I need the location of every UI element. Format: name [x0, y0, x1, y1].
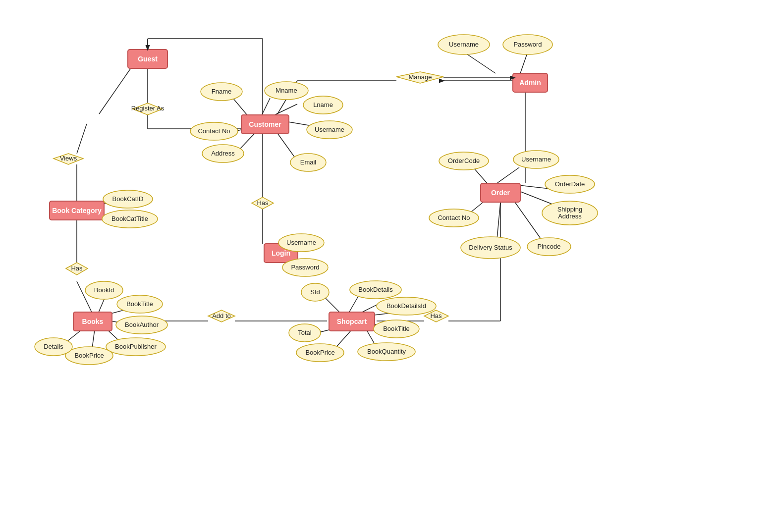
attr-order-shipping-label: Shipping — [557, 206, 583, 213]
attr-cust-fname-label: Fname — [212, 88, 231, 95]
relation-views-label: Views — [60, 155, 77, 162]
attr-order-username-label: Username — [521, 156, 551, 163]
entity-order-label: Order — [491, 189, 510, 197]
entity-book-category-label: Book Category — [52, 207, 102, 214]
attr-book-details-label: Details — [44, 343, 63, 350]
attr-sc-bookquantity-label: BookQuantity — [367, 348, 406, 355]
attr-cat-title-label: BookCatTitle — [111, 215, 148, 222]
attr-sc-booktitle-label: BookTitle — [383, 325, 410, 332]
attr-cust-lname-label: Lname — [313, 101, 333, 108]
attr-cust-address-label: Address — [211, 150, 235, 157]
attr-admin-username-label: Username — [449, 41, 479, 48]
relation-has-books-label: Has — [71, 265, 83, 272]
attr-book-title-label: BookTitle — [126, 300, 153, 308]
entity-books-label: Books — [82, 318, 104, 325]
attr-cust-contact-label: Contact No — [198, 127, 230, 135]
attr-order-date-label: OrderDate — [555, 180, 585, 188]
relation-manage-label: Manage — [409, 73, 432, 81]
attr-order-code-label: OrderCode — [448, 157, 480, 164]
attr-cat-id-label: BookCatID — [112, 195, 144, 203]
svg-line-49 — [496, 167, 519, 184]
attr-login-password-label: Password — [291, 264, 319, 271]
svg-line-53 — [497, 202, 500, 239]
svg-line-10 — [520, 52, 528, 73]
attr-admin-password-label: Password — [513, 41, 542, 48]
attr-cust-mname-label: Mname — [275, 87, 297, 94]
relation-add-to-label: Add to — [212, 312, 231, 319]
attr-sc-bookdetailsid-label: BookDetailsId — [386, 302, 426, 310]
svg-line-22 — [99, 65, 133, 114]
attr-order-shipping-label2: Address — [558, 213, 582, 220]
svg-line-52 — [511, 197, 540, 238]
attr-book-id-label: BookId — [94, 286, 114, 294]
relation-has-order-label: Has — [430, 312, 442, 319]
attr-login-username-label: Username — [286, 239, 316, 246]
svg-line-38 — [348, 297, 358, 314]
attr-cust-email-label: Email — [300, 159, 317, 166]
attr-book-author-label: BookAuthor — [125, 321, 159, 328]
svg-line-9 — [464, 52, 496, 73]
attr-order-pincode-label: Pincode — [538, 243, 561, 250]
relation-register-as-label: Register As — [131, 105, 165, 112]
entity-shopcart-label: Shopcart — [337, 318, 367, 325]
attr-sc-bookprice-label: BookPrice — [305, 349, 334, 356]
attr-book-publisher-label: BookPublisher — [115, 343, 157, 350]
attr-cust-username-label: Username — [315, 126, 344, 133]
relation-has-login-label: Has — [257, 199, 269, 207]
attr-sc-sid-label: SId — [310, 288, 320, 296]
attr-sc-bookdetails-label: BookDetails — [358, 286, 393, 293]
attr-sc-total-label: Total — [298, 329, 312, 336]
attr-book-price-label: BookPrice — [74, 352, 104, 359]
entity-guest-label: Guest — [138, 55, 158, 63]
attr-order-contact-label: Contact No — [438, 214, 470, 221]
entity-customer-label: Customer — [249, 120, 281, 128]
attr-order-delivery-label: Delivery Status — [469, 244, 512, 251]
entity-admin-label: Admin — [519, 79, 541, 87]
svg-line-23 — [77, 124, 87, 154]
